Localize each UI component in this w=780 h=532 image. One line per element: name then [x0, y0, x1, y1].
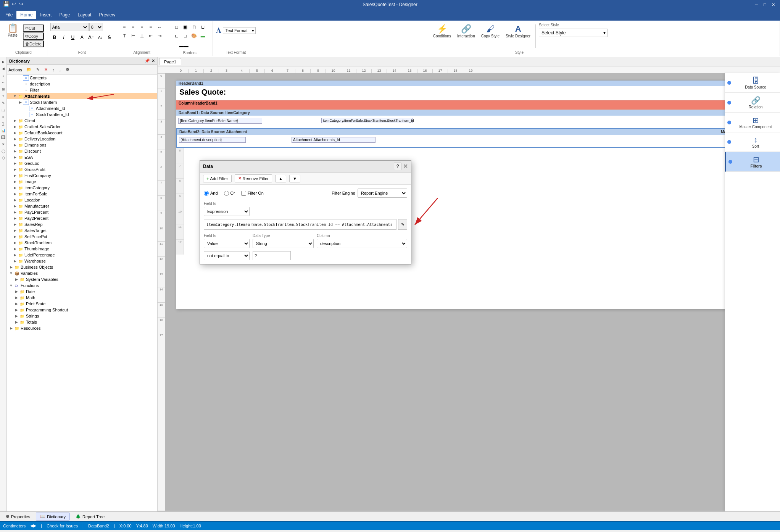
minimize-btn[interactable]: ─	[753, 1, 760, 8]
tree-item-crafted[interactable]: ▶ 📁 Crafted.SalesOrder	[7, 124, 157, 130]
valign-bot-btn[interactable]: ⊥	[138, 32, 146, 40]
expression-edit-btn[interactable]: ✎	[398, 219, 407, 230]
tree-item-thumbimage[interactable]: ▶ 📁 ThumbImage	[7, 246, 157, 252]
menu-layout[interactable]: Layout	[74, 11, 95, 19]
status-arrows[interactable]: ◀▶	[30, 523, 36, 528]
filter-move-up-btn[interactable]: ▲	[275, 175, 286, 182]
border-bot-btn[interactable]: ⊔	[199, 23, 207, 31]
sidebar-tool-8[interactable]: ⬚	[0, 107, 6, 113]
sidebar-tool-10[interactable]: ∑	[0, 121, 6, 127]
tree-item-delivery[interactable]: ▶ 📁 DeliveryLocation	[7, 136, 157, 142]
tree-item-dimensions[interactable]: ▶ 📁 Dimensions	[7, 142, 157, 148]
sidebar-tool-12[interactable]: 🔲	[0, 134, 6, 140]
border-all-btn[interactable]: □	[172, 23, 181, 31]
fill-color-btn[interactable]: 🎨	[190, 32, 198, 40]
maximize-btn[interactable]: □	[761, 1, 769, 8]
sidebar-tool-15[interactable]: ⬡	[0, 155, 6, 161]
tree-item-filter[interactable]: ▪ Filter	[7, 87, 157, 93]
tree-item-date[interactable]: ▶ 📁 Date	[7, 289, 157, 295]
menu-file[interactable]: File	[2, 11, 16, 19]
tree-item-hostcompany[interactable]: ▶ 📁 HostCompany	[7, 172, 157, 179]
copy-style-btn[interactable]: 🖌 Copy Style	[479, 23, 501, 39]
paste-btn[interactable]: 📋 Paste	[3, 23, 22, 45]
dialog-help-btn[interactable]: ?	[394, 163, 401, 170]
dialog-close-btn[interactable]: ✕	[403, 163, 408, 170]
tree-item-resources[interactable]: ▶ 📁 Resources	[7, 325, 157, 331]
tree-item-salesrep[interactable]: ▶ 📁 SalesRep	[7, 221, 157, 227]
sidebar-tool-11[interactable]: 📊	[0, 127, 6, 134]
data-source-panel-item[interactable]: 🗄 Data Source	[725, 73, 780, 93]
tree-item-pay1percent[interactable]: ▶ 📁 Pay1Percent	[7, 209, 157, 215]
field-itemcategory-name[interactable]: {ItemCategory.ItemForSale.Name}	[178, 118, 262, 124]
align-left-btn[interactable]: ≡	[120, 23, 129, 31]
font-family-select[interactable]: Arial	[50, 23, 89, 31]
tree-item-bizobj[interactable]: ▶ 📁 Business Objects	[7, 264, 157, 270]
report-tree-tab[interactable]: 🌲 Report Tree	[71, 513, 109, 521]
align-dist-btn[interactable]: ↔	[155, 23, 164, 31]
sidebar-tool-3[interactable]: ↕	[0, 73, 6, 79]
underline-btn[interactable]: U	[69, 33, 77, 42]
indent-dec-btn[interactable]: ⇤	[147, 32, 155, 40]
tree-item-functions[interactable]: ▼ fx Functions	[7, 282, 157, 289]
tree-item-discount[interactable]: ▶ 📁 Discount	[7, 148, 157, 154]
delete-btn[interactable]: 🗑 Delete	[23, 40, 44, 47]
field-stocktranitem-id[interactable]: ItemCategory.ItemForSale.StockTranItem.S…	[321, 118, 413, 123]
tree-item-image[interactable]: ▶ 📁 Image	[7, 179, 157, 185]
properties-tab[interactable]: ⚙ Properties	[2, 513, 34, 521]
tree-item-sysvars[interactable]: ▶ 📁 System Variables	[7, 276, 157, 282]
page1-tab[interactable]: Page1	[159, 58, 181, 65]
border-color-btn[interactable]: ▬	[199, 32, 207, 40]
sidebar-tool-2[interactable]: ◀	[0, 66, 6, 72]
font-grow-btn[interactable]: A↑	[87, 33, 95, 42]
field-is-2-select[interactable]: Value	[204, 239, 250, 248]
data-type-select[interactable]: String	[253, 239, 314, 248]
value-input[interactable]	[253, 251, 291, 260]
sidebar-tool-1[interactable]: ▶	[0, 59, 6, 65]
border-left-btn[interactable]: ⊏	[172, 32, 181, 40]
bold-btn[interactable]: B	[50, 33, 59, 42]
cut-btn[interactable]: ✂ Cut	[23, 24, 44, 32]
tree-item-stocktranitem2[interactable]: ▶ 📁 StockTranItem	[7, 240, 157, 246]
tree-item-math[interactable]: ▶ 📁 Math	[7, 295, 157, 301]
tree-item-defaultbank[interactable]: ▶ 📁 DefaultBankAccount	[7, 130, 157, 136]
filter-move-down-btn[interactable]: ▼	[289, 175, 300, 182]
border-right-btn[interactable]: ⊐	[181, 32, 190, 40]
tree-item-strings[interactable]: ▶ 📁 Strings	[7, 313, 157, 319]
tree-item-description[interactable]: ▪ description	[7, 81, 157, 87]
menu-insert[interactable]: Insert	[36, 11, 55, 19]
copy-btn[interactable]: ⧉ Copy	[23, 32, 44, 40]
operator-select[interactable]: not equal to	[204, 251, 250, 260]
expression-input[interactable]	[204, 219, 396, 230]
dict-delete-btn[interactable]: ✕	[42, 66, 50, 73]
tree-item-sellpricepct[interactable]: ▶ 📁 SellPricePct	[7, 234, 157, 240]
tree-item-printstate[interactable]: ▶ 📁 Print State	[7, 301, 157, 307]
strikethrough-btn[interactable]: S̶	[105, 33, 114, 42]
align-justify-btn[interactable]: ≡	[147, 23, 155, 31]
sidebar-tool-5[interactable]: ⊞	[0, 86, 6, 92]
sidebar-tool-7[interactable]: ✎	[0, 100, 6, 106]
sidebar-tool-13[interactable]: ✕	[0, 141, 6, 147]
data-band1[interactable]: DataBand1: Data Source: ItemCategory {It…	[176, 110, 769, 128]
tree-item-totals[interactable]: ▶ 📁 Totals	[7, 319, 157, 325]
select-style-dropdown[interactable]: Select Style ▾	[539, 29, 608, 37]
menu-preview[interactable]: Preview	[95, 11, 119, 19]
sidebar-tool-6[interactable]: T	[0, 93, 6, 99]
border-outer-btn[interactable]: ▣	[181, 23, 190, 31]
font-shrink-btn[interactable]: A↓	[96, 33, 105, 42]
redo-icon[interactable]: ↪	[19, 1, 23, 7]
data-band2[interactable]: DataBand2: Data Source: Attachment Maste…	[176, 128, 769, 148]
tree-item-udefpercentage[interactable]: ▶ 📁 UdefPercentage	[7, 252, 157, 258]
field-attachment-desc[interactable]: {Attachment.description}	[179, 137, 246, 143]
status-check[interactable]: Check for Issues	[47, 524, 78, 528]
border-top-btn[interactable]: ⊓	[190, 23, 198, 31]
tree-item-esa[interactable]: ▶ 📁 ESA	[7, 154, 157, 160]
tree-item-stocktranitem[interactable]: ▶ ≡ StockTranItem	[7, 99, 157, 105]
dictionary-tab[interactable]: 📖 Dictionary	[36, 513, 70, 521]
dict-pin-btn[interactable]: 📌	[145, 58, 150, 63]
interaction-btn[interactable]: 🔗 Interaction	[455, 23, 477, 39]
tree-item-attachments[interactable]: ▼ 📁 Attachments	[7, 93, 157, 99]
font-size-select[interactable]: 8	[89, 23, 103, 31]
sort-panel-item[interactable]: ↕ Sort	[725, 132, 780, 152]
valign-top-btn[interactable]: ⊤	[120, 32, 129, 40]
align-center-btn[interactable]: ≡	[129, 23, 137, 31]
